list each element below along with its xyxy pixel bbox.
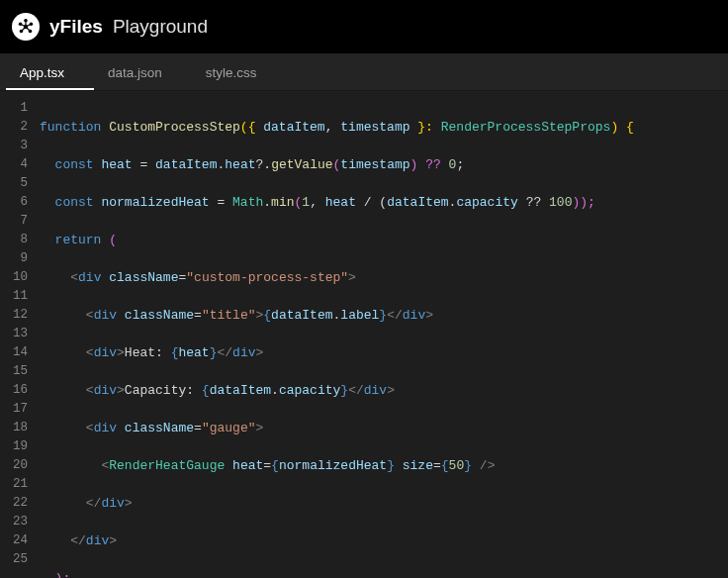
line-number: 24 xyxy=(0,531,28,550)
line-number: 25 xyxy=(0,550,28,569)
line-number: 2 xyxy=(0,118,28,137)
line-number: 23 xyxy=(0,513,28,531)
line-number: 1 xyxy=(0,99,28,118)
editor-tabs: App.tsx data.json style.css xyxy=(0,53,728,91)
brand-name: yFiles xyxy=(49,16,103,38)
line-number: 12 xyxy=(0,306,28,325)
line-number: 10 xyxy=(0,268,28,287)
line-number: 13 xyxy=(0,325,28,343)
line-gutter: 1234567891011121314151617181920212223242… xyxy=(0,91,40,578)
line-number: 7 xyxy=(0,212,28,231)
line-number: 8 xyxy=(0,231,28,249)
line-number: 15 xyxy=(0,362,28,381)
line-number: 9 xyxy=(0,249,28,268)
svg-line-9 xyxy=(22,27,27,32)
tab-app-tsx[interactable]: App.tsx xyxy=(6,56,94,90)
header-bar: yFiles Playground xyxy=(0,0,728,53)
line-number: 5 xyxy=(0,174,28,193)
line-number: 11 xyxy=(0,287,28,306)
line-number: 3 xyxy=(0,137,28,155)
line-number: 6 xyxy=(0,193,28,212)
yfiles-logo xyxy=(12,13,40,41)
line-number: 20 xyxy=(0,456,28,475)
line-number: 16 xyxy=(0,381,28,400)
line-number: 19 xyxy=(0,437,28,456)
page-title: Playground xyxy=(113,16,208,38)
svg-line-8 xyxy=(26,27,31,32)
tab-data-json[interactable]: data.json xyxy=(94,56,192,90)
code-content[interactable]: function CustomProcessStep({ dataItem, t… xyxy=(40,91,634,578)
logo-nodes-icon xyxy=(17,18,35,36)
line-number: 21 xyxy=(0,475,28,494)
tab-style-css[interactable]: style.css xyxy=(192,56,287,90)
code-editor[interactable]: 1234567891011121314151617181920212223242… xyxy=(0,91,728,578)
line-number: 4 xyxy=(0,155,28,174)
line-number: 17 xyxy=(0,400,28,419)
line-number: 18 xyxy=(0,419,28,437)
line-number: 22 xyxy=(0,494,28,513)
line-number: 14 xyxy=(0,343,28,362)
